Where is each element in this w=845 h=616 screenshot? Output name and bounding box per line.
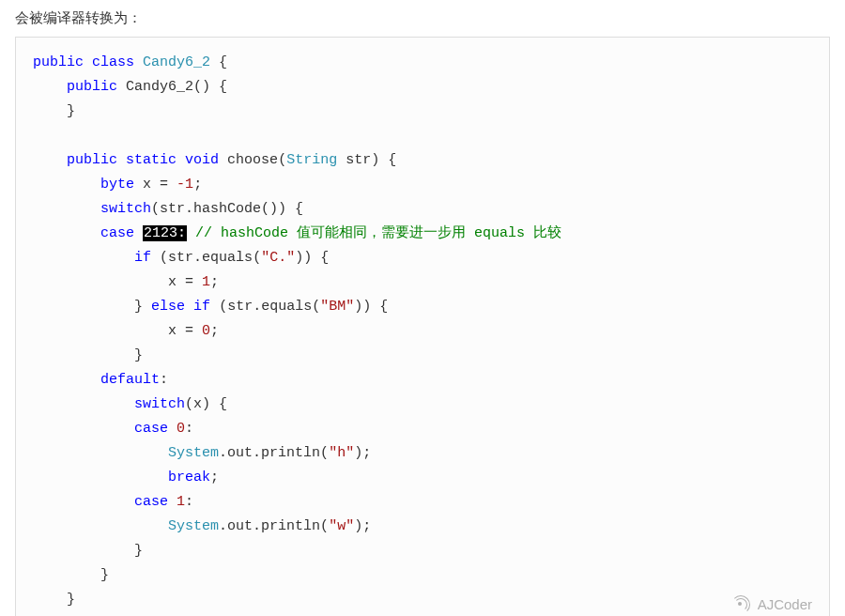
kw-static: static (126, 152, 177, 168)
eq: = (185, 274, 193, 290)
class-name: Candy6_2 (143, 54, 210, 70)
kw-case: case (100, 225, 134, 241)
eq: = (160, 177, 168, 192)
paren: ); (354, 445, 371, 461)
intro-text: 会被编译器转换为： (0, 0, 845, 37)
semi: ; (193, 177, 202, 192)
kw-public: public (67, 79, 117, 95)
brace: } (134, 299, 143, 315)
var-name: x (143, 177, 151, 192)
brace: } (100, 567, 109, 583)
colon: : (160, 372, 168, 388)
kw-class: class (92, 54, 134, 70)
eq: = (185, 323, 193, 339)
brace: } (67, 592, 75, 608)
hash-call: hashCode (193, 201, 261, 217)
equals-call: equals (261, 299, 312, 315)
method-name: choose (227, 152, 278, 168)
switch-expr: str (160, 201, 185, 217)
dot: . (185, 201, 193, 217)
kw-public: public (33, 54, 84, 70)
num: 1 (202, 274, 210, 290)
paren: ) { (371, 152, 396, 168)
kw-else: else (151, 299, 185, 315)
system: System (168, 518, 219, 534)
kw-if: if (193, 299, 210, 315)
var-ref: x (168, 274, 177, 290)
switch-var: x (193, 396, 202, 412)
ctor-name: Candy6_2 (126, 79, 193, 95)
semi: ; (210, 470, 219, 485)
paren: ( (278, 152, 286, 168)
colon: : (185, 421, 193, 437)
dot: . (253, 299, 261, 315)
str-literal: "w" (329, 518, 354, 534)
equals-call: equals (202, 250, 253, 266)
dot: . (253, 445, 261, 461)
highlighted-case: 2123: (143, 225, 187, 241)
println: println (261, 445, 320, 461)
kw-switch: switch (100, 201, 151, 217)
brace: } (134, 543, 143, 559)
kw-switch: switch (134, 396, 185, 412)
code-block: public class Candy6_2 { public Candy6_2(… (15, 37, 830, 616)
case-num: 0 (177, 421, 185, 437)
str-ref: str (168, 250, 193, 266)
paren: )) { (354, 299, 388, 315)
brace: } (67, 103, 75, 119)
dot: . (219, 518, 227, 534)
var-init: -1 (177, 177, 193, 192)
dot: . (193, 250, 202, 266)
kw-if: if (134, 250, 151, 266)
kw-break: break (168, 470, 210, 485)
brace: } (134, 347, 143, 363)
paren: ) { (202, 396, 227, 412)
brace: { (219, 54, 227, 70)
kw-case: case (134, 421, 168, 437)
parens: () { (193, 79, 227, 95)
paren: ( (312, 299, 320, 315)
comment: // hashCode 值可能相同，需要进一步用 equals 比较 (195, 225, 561, 241)
str-literal: "BM" (320, 299, 354, 315)
var-type: byte (100, 177, 134, 192)
code-content: public class Candy6_2 { public Candy6_2(… (16, 38, 829, 616)
paren: ( (253, 250, 261, 266)
dot: . (253, 518, 261, 534)
paren: ( (185, 396, 193, 412)
str-ref: str (227, 299, 253, 315)
semi: ; (210, 323, 219, 339)
paren: ( (320, 518, 329, 534)
param-name: str (346, 152, 371, 168)
paren: )) { (295, 250, 329, 266)
kw-public: public (67, 152, 117, 168)
dot: . (219, 445, 227, 461)
str-literal: "h" (329, 445, 354, 461)
println: println (261, 518, 320, 534)
kw-case: case (134, 494, 168, 510)
str-literal: "C." (261, 250, 295, 266)
paren: ( (219, 299, 227, 315)
out: out (227, 518, 253, 534)
paren: ( (320, 445, 329, 461)
param-type: String (286, 152, 337, 168)
case-num: 1 (177, 494, 185, 510)
num: 0 (202, 323, 210, 339)
var-ref: x (168, 323, 177, 339)
paren: ( (151, 201, 160, 217)
paren: ( (160, 250, 168, 266)
paren: ); (354, 518, 371, 534)
paren: ()) { (261, 201, 303, 217)
system: System (168, 445, 219, 461)
kw-void: void (185, 152, 219, 168)
out: out (227, 445, 253, 461)
semi: ; (210, 274, 219, 290)
kw-default: default (100, 372, 160, 388)
colon: : (185, 494, 193, 510)
